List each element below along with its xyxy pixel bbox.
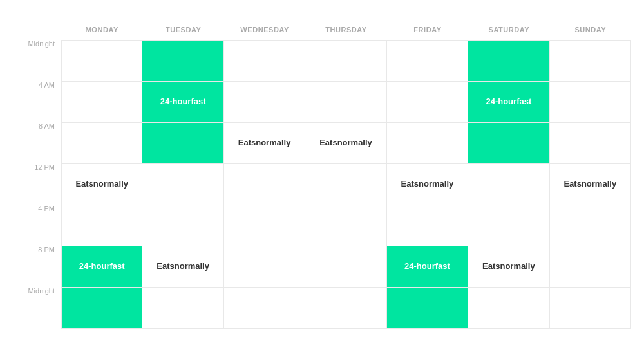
cell-r4-c5: [468, 205, 549, 246]
cell-r5-c0: 24-hourfast: [61, 246, 142, 287]
days-grid: MONDAYTUESDAYWEDNESDAYTHURSDAYFRIDAYSATU…: [61, 19, 631, 329]
cell-r1-c2: [224, 82, 305, 122]
cell-r5-c3: [305, 246, 386, 287]
time-row-2: EatsnormallyEatsnormally: [61, 123, 631, 164]
cell-r6-c0: [61, 288, 142, 328]
day-header-thursday: THURSDAY: [305, 19, 386, 40]
day-header-friday: FRIDAY: [387, 19, 468, 40]
cell-r1-c1: 24-hourfast: [142, 82, 223, 122]
cell-r4-c6: [550, 205, 631, 246]
time-label-0: Midnight: [13, 40, 61, 81]
cell-r3-c2: [224, 164, 305, 205]
time-row-0: [61, 41, 631, 82]
cell-r3-c3: [305, 164, 386, 205]
cell-r5-c1: Eatsnormally: [142, 246, 223, 287]
cell-r2-c2: Eatsnormally: [224, 123, 305, 163]
cell-r0-c6: [550, 41, 631, 81]
cell-r0-c2: [224, 41, 305, 81]
cell-r1-c0: [61, 82, 142, 122]
cell-r4-c1: [142, 205, 223, 246]
cell-r2-c4: [387, 123, 468, 163]
cell-r6-c4: [387, 288, 468, 328]
day-header-sunday: SUNDAY: [550, 19, 631, 40]
cell-r4-c4: [387, 205, 468, 246]
day-header-saturday: SATURDAY: [468, 19, 549, 40]
cell-r2-c0: [61, 123, 142, 163]
day-header-wednesday: WEDNESDAY: [224, 19, 305, 40]
cell-r6-c2: [224, 288, 305, 328]
time-label-6: Midnight: [13, 287, 61, 328]
cell-r2-c5: [468, 123, 549, 163]
cell-r2-c6: [550, 123, 631, 163]
cell-r0-c1: [142, 41, 223, 81]
time-row-3: EatsnormallyEatsnormallyEatsnormally: [61, 164, 631, 205]
cell-r3-c5: [468, 164, 549, 205]
cell-r1-c4: [387, 82, 468, 122]
cell-r3-c4: Eatsnormally: [387, 164, 468, 205]
cell-r0-c5: [468, 41, 549, 81]
cell-r5-c2: [224, 246, 305, 287]
day-header-monday: MONDAY: [61, 19, 142, 40]
cell-r3-c6: Eatsnormally: [550, 164, 631, 205]
cell-r4-c0: [61, 205, 142, 246]
cell-r3-c0: Eatsnormally: [61, 164, 142, 205]
time-label-1: 4 AM: [13, 81, 61, 122]
cell-r1-c3: [305, 82, 386, 122]
time-row-5: 24-hourfastEatsnormally24-hourfastEatsno…: [61, 246, 631, 288]
time-column: Midnight4 AM8 AM12 PM4 PM8 PMMidnight: [13, 19, 61, 329]
time-label-4: 4 PM: [13, 205, 61, 246]
cell-r0-c0: [61, 41, 142, 81]
day-headers: MONDAYTUESDAYWEDNESDAYTHURSDAYFRIDAYSATU…: [61, 19, 631, 40]
cell-r6-c3: [305, 288, 386, 328]
rows-container: 24-hourfast24-hourfastEatsnormallyEatsno…: [61, 40, 631, 329]
time-row-4: [61, 205, 631, 246]
cell-r0-c3: [305, 41, 386, 81]
cell-r2-c3: Eatsnormally: [305, 123, 386, 163]
time-label-3: 12 PM: [13, 163, 61, 205]
time-row-6: [61, 288, 631, 329]
cell-r0-c4: [387, 41, 468, 81]
time-label-5: 8 PM: [13, 246, 61, 287]
cell-r1-c6: [550, 82, 631, 122]
cell-r4-c3: [305, 205, 386, 246]
cell-r4-c2: [224, 205, 305, 246]
cell-r2-c1: [142, 123, 223, 163]
cell-r3-c1: [142, 164, 223, 205]
cell-r5-c6: [550, 246, 631, 287]
time-row-1: 24-hourfast24-hourfast: [61, 82, 631, 123]
day-header-tuesday: TUESDAY: [142, 19, 223, 40]
cell-r6-c1: [142, 288, 223, 328]
cell-r6-c5: [468, 288, 549, 328]
cell-r5-c5: Eatsnormally: [468, 246, 549, 287]
cell-r5-c4: 24-hourfast: [387, 246, 468, 287]
time-label-2: 8 AM: [13, 122, 61, 163]
schedule-grid: Midnight4 AM8 AM12 PM4 PM8 PMMidnight MO…: [13, 19, 631, 329]
cell-r1-c5: 24-hourfast: [468, 82, 549, 122]
cell-r6-c6: [550, 288, 631, 328]
